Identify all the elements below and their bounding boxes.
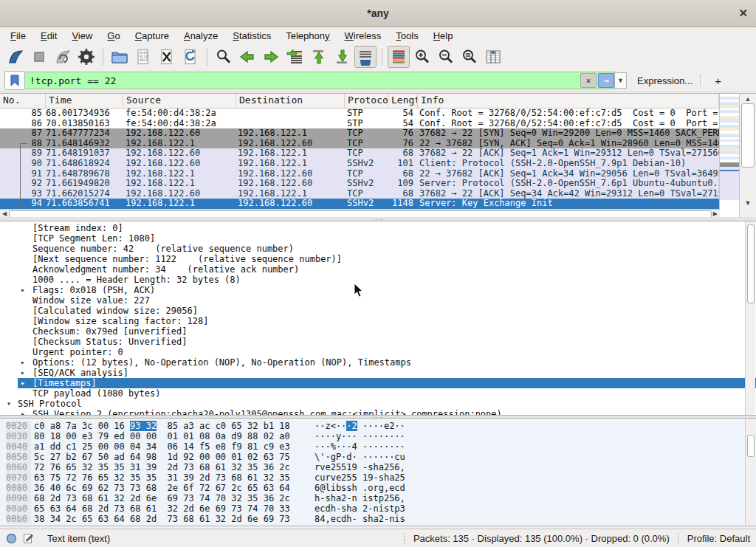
detail-line-9[interactable]: [Window size scaling factor: 128] xyxy=(0,316,756,326)
expert-info-icon[interactable] xyxy=(6,533,17,544)
zoom-in-button[interactable] xyxy=(411,46,433,68)
go-back-button[interactable] xyxy=(236,46,258,68)
hscroll-thumb[interactable] xyxy=(9,210,712,217)
filter-apply-icon[interactable]: → xyxy=(598,73,614,88)
capture-restart-button[interactable] xyxy=(52,46,74,68)
expanded-arrow-icon[interactable]: ▾ xyxy=(7,399,11,409)
column-header-protocol[interactable]: Protocol xyxy=(345,94,388,108)
column-header-no[interactable]: No. xyxy=(0,94,46,108)
close-window-icon[interactable]: ✕ xyxy=(738,7,748,20)
menu-file[interactable]: File xyxy=(3,29,33,43)
hex-row-0080[interactable]: 008036 40 6c 69 62 73 73 68 2e 6f 72 67 … xyxy=(0,483,756,493)
hex-row-0040[interactable]: 0040a1 dd c1 25 00 00 04 34 06 14 f5 e8 … xyxy=(0,441,756,452)
hex-row-0050[interactable]: 00505c 27 b2 67 50 ad 64 98 1d 92 00 00 … xyxy=(0,452,756,462)
detail-line-10[interactable]: Checksum: 0x79ed [unverified] xyxy=(0,326,756,337)
details-vscrollbar[interactable] xyxy=(745,221,755,415)
autoscroll-button[interactable] xyxy=(354,46,377,68)
packet-row-88[interactable]: 8871.648146932192.168.122.1192.168.122.6… xyxy=(0,139,719,149)
detail-line-12[interactable]: Urgent pointer: 0 xyxy=(0,347,756,357)
detail-line-2[interactable]: Sequence number: 42 (relative sequence n… xyxy=(0,244,756,254)
menu-capture[interactable]: Capture xyxy=(128,29,176,43)
hex-row-0090[interactable]: 009068 2d 73 68 61 32 2d 6e 69 73 74 70 … xyxy=(0,493,756,503)
menu-analyze[interactable]: Analyze xyxy=(176,29,225,43)
packet-list-hscrollbar[interactable]: ◀ ▶ xyxy=(0,209,719,217)
detail-line-15[interactable]: ▸[Timestamps] xyxy=(0,378,756,388)
packet-row-89[interactable]: 8971.648191037192.168.122.60192.168.122.… xyxy=(0,148,719,159)
go-to-packet-button[interactable] xyxy=(284,46,306,68)
detail-line-3[interactable]: [Next sequence number: 1122 (relative se… xyxy=(0,254,756,264)
vscroll-up-icon[interactable]: ▲ xyxy=(740,95,756,103)
filter-clear-icon[interactable]: ✕ xyxy=(580,73,597,88)
menu-tools[interactable]: Tools xyxy=(388,29,425,43)
hscroll-left-icon[interactable]: ◀ xyxy=(2,210,7,217)
column-header-length[interactable]: Length xyxy=(388,94,418,108)
profile-status[interactable]: Profile: Default xyxy=(687,533,750,544)
column-header-destination[interactable]: Destination xyxy=(236,94,345,108)
detail-line-14[interactable]: ▸[SEQ/ACK analysis] xyxy=(0,368,756,378)
packet-row-86[interactable]: 8670.013850163fe:54:00:d4:38:2aSTP54Conf… xyxy=(0,119,719,129)
detail-line-4[interactable]: Acknowledgment number: 34 (relative ack … xyxy=(0,264,756,275)
filter-bookmark-button[interactable] xyxy=(4,71,24,90)
capture-comment-icon[interactable] xyxy=(23,533,34,544)
filter-dropdown-icon[interactable]: ▼ xyxy=(615,72,627,89)
vscroll-thumb[interactable] xyxy=(741,103,755,168)
file-close-button[interactable] xyxy=(156,46,178,68)
resize-columns-button[interactable] xyxy=(482,46,504,68)
collapsed-arrow-icon[interactable]: ▸ xyxy=(21,378,25,388)
collapsed-arrow-icon[interactable]: ▸ xyxy=(21,357,25,368)
colorize-button[interactable] xyxy=(388,46,410,68)
menu-edit[interactable]: Edit xyxy=(33,29,64,43)
menu-telephony[interactable]: Telephony xyxy=(278,29,337,43)
detail-line-6[interactable]: ▸Flags: 0x018 (PSH, ACK) xyxy=(0,285,756,295)
detail-line-16[interactable]: TCP payload (1080 bytes) xyxy=(0,388,756,399)
column-header-source[interactable]: Source xyxy=(123,94,236,108)
packet-row-91[interactable]: 9171.648789678192.168.122.1192.168.122.6… xyxy=(0,169,719,179)
detail-line-1[interactable]: [TCP Segment Len: 1080] xyxy=(0,233,756,244)
capture-stop-button[interactable] xyxy=(28,46,50,68)
intelligent-scrollbar-minimap[interactable] xyxy=(719,94,739,217)
packet-row-94[interactable]: 9471.663856741192.168.122.1192.168.122.6… xyxy=(0,199,719,209)
file-open-button[interactable] xyxy=(109,46,131,68)
detail-line-17[interactable]: ▾SSH Protocol xyxy=(0,399,756,409)
packet-row-85[interactable]: 8568.001734936fe:54:00:d4:38:2aSTP54Conf… xyxy=(0,109,719,119)
hex-row-0070[interactable]: 007063 75 72 76 65 32 35 35 31 39 2d 73 … xyxy=(0,472,756,483)
hex-row-0020[interactable]: 0020c0 a8 7a 3c 00 16 93 32 85 a3 ac c0 … xyxy=(0,421,756,431)
go-first-button[interactable] xyxy=(307,46,329,68)
hex-row-0030[interactable]: 003080 18 00 e3 79 ed 00 00 01 01 08 0a … xyxy=(0,431,756,441)
detail-line-5[interactable]: 1000 .... = Header Length: 32 bytes (8) xyxy=(0,275,756,285)
hex-row-00a0[interactable]: 00a065 63 64 68 2d 73 68 61 32 2d 6e 69 … xyxy=(0,503,756,514)
details-vscroll-thumb[interactable] xyxy=(747,224,755,303)
zoom-reset-button[interactable] xyxy=(458,46,481,68)
packet-row-92[interactable]: 9271.661949820192.168.122.1192.168.122.6… xyxy=(0,179,719,189)
hex-row-0060[interactable]: 006072 76 65 32 35 35 31 39 2d 73 68 61 … xyxy=(0,462,756,472)
hscroll-right-icon[interactable]: ▶ xyxy=(713,210,718,217)
expression-button[interactable]: Expression... xyxy=(637,75,693,86)
packet-row-87[interactable]: 8771.647777234192.168.122.60192.168.122.… xyxy=(0,128,719,139)
packet-row-93[interactable]: 9371.662015274192.168.122.60192.168.122.… xyxy=(0,189,719,199)
capture-options-button[interactable] xyxy=(75,46,97,68)
bytes-vscrollbar[interactable] xyxy=(745,419,755,525)
column-header-info[interactable]: Info xyxy=(418,94,719,108)
go-forward-button[interactable] xyxy=(260,46,282,68)
detail-line-8[interactable]: [Calculated window size: 29056] xyxy=(0,306,756,316)
find-packet-button[interactable] xyxy=(213,46,235,68)
file-reload-button[interactable] xyxy=(179,46,202,68)
menu-help[interactable]: Help xyxy=(426,29,461,43)
zoom-out-button[interactable] xyxy=(435,46,457,68)
bytes-vscroll-thumb[interactable] xyxy=(747,435,755,457)
display-filter-input[interactable]: !tcp.port == 22 ✕ → xyxy=(24,72,615,89)
detail-line-13[interactable]: ▸Options: (12 bytes), No-Operation (NOP)… xyxy=(0,357,756,368)
packet-row-90[interactable]: 9071.648618924192.168.122.60192.168.122.… xyxy=(0,159,719,169)
collapsed-arrow-icon[interactable]: ▸ xyxy=(21,285,25,295)
hex-row-00b0[interactable]: 00b038 34 2c 65 63 64 68 2d 73 68 61 32 … xyxy=(0,514,756,524)
packet-list-vscrollbar[interactable]: ▲ ▼ xyxy=(739,94,756,217)
detail-line-0[interactable]: [Stream index: 0] xyxy=(0,223,756,233)
column-header-time[interactable]: Time xyxy=(46,94,123,108)
vscroll-down-icon[interactable]: ▼ xyxy=(740,199,756,207)
collapsed-arrow-icon[interactable]: ▸ xyxy=(21,409,25,416)
menu-view[interactable]: View xyxy=(64,29,100,43)
detail-line-7[interactable]: Window size value: 227 xyxy=(0,295,756,306)
file-save-button[interactable]: 010101100011 xyxy=(132,46,154,68)
menu-wireless[interactable]: Wireless xyxy=(337,29,389,43)
detail-line-11[interactable]: [Checksum Status: Unverified] xyxy=(0,337,756,347)
